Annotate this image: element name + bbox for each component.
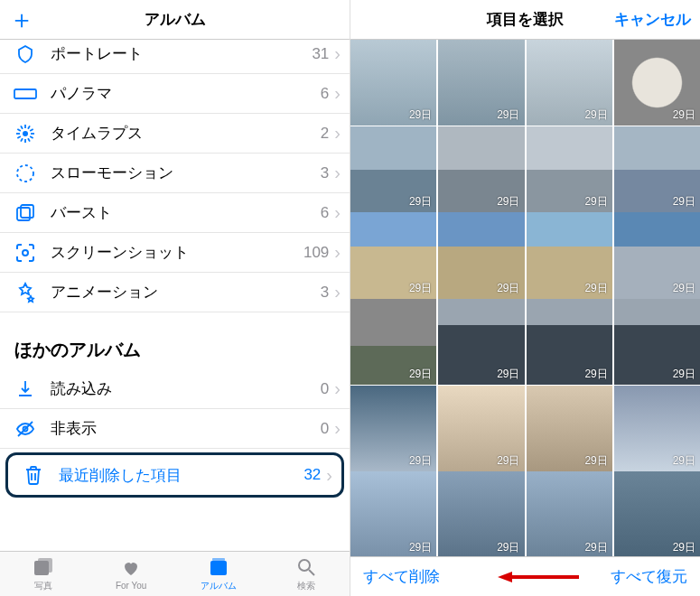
arrow-annotation — [498, 570, 579, 584]
album-row-panorama[interactable]: パノラマ 6› — [0, 74, 350, 114]
album-row-burst[interactable]: バースト 6› — [0, 193, 350, 233]
restore-all-button[interactable]: すべて復元 — [611, 566, 687, 587]
days-remaining-badge: 29日 — [673, 540, 695, 555]
days-remaining-badge: 29日 — [409, 540, 432, 555]
photo-thumb[interactable]: 29日 — [350, 471, 436, 556]
tab-bar: 写真 For You アルバム 検索 — [0, 551, 350, 596]
days-remaining-badge: 29日 — [673, 107, 695, 123]
days-remaining-badge: 29日 — [497, 194, 519, 210]
album-row-screenshot[interactable]: スクリーンショット 109› — [0, 233, 350, 273]
photo-thumb[interactable]: 29日 — [438, 386, 524, 471]
timelapse-icon — [13, 121, 38, 146]
import-icon — [13, 377, 38, 402]
photo-thumb[interactable]: 29日 — [438, 40, 524, 126]
albums-pane: ＋ アルバム ポートレート 31› パノラマ 6› タイムラプス 2› スローモ… — [0, 0, 350, 596]
photo-thumb[interactable]: 29日 — [527, 40, 612, 126]
photo-thumb[interactable]: 29日 — [527, 126, 612, 212]
svg-line-10 — [21, 126, 23, 128]
photo-thumb[interactable]: 29日 — [350, 299, 436, 385]
album-label: タイムラプス — [51, 123, 321, 144]
album-count: 32 — [303, 466, 321, 484]
svg-line-25 — [309, 570, 314, 575]
select-toolbar: すべて削除 すべて復元 — [350, 556, 700, 596]
album-count: 31 — [312, 45, 329, 63]
tab-search[interactable]: 検索 — [262, 552, 350, 596]
add-album-button[interactable]: ＋ — [9, 3, 36, 37]
album-row-portrait[interactable]: ポートレート 31› — [0, 40, 350, 74]
tab-label: 写真 — [34, 580, 52, 592]
days-remaining-badge: 29日 — [584, 281, 607, 296]
album-row-animation[interactable]: アニメーション 3› — [0, 273, 350, 312]
other-albums-header: ほかのアルバム — [0, 312, 350, 369]
tab-albums[interactable]: アルバム — [175, 552, 263, 596]
days-remaining-badge: 29日 — [584, 453, 607, 469]
photo-thumb[interactable]: 29日 — [527, 471, 612, 556]
hidden-icon — [13, 416, 38, 442]
svg-line-9 — [17, 129, 20, 131]
photo-thumb[interactable]: 29日 — [527, 299, 612, 385]
photo-thumb[interactable]: 29日 — [614, 471, 700, 556]
chevron-right-icon: › — [334, 43, 341, 64]
album-row-timelapse[interactable]: タイムラプス 2› — [0, 114, 350, 154]
tab-photos[interactable]: 写真 — [0, 552, 88, 596]
svg-line-13 — [30, 129, 33, 131]
select-header: 項目を選択 キャンセル — [350, 0, 700, 40]
photo-thumb[interactable]: 29日 — [614, 212, 700, 298]
tab-label: 検索 — [297, 580, 315, 592]
select-pane: 項目を選択 キャンセル 29日 29日 29日 29日 29日 29日 29日 … — [350, 0, 700, 596]
album-count: 6 — [321, 85, 329, 103]
chevron-right-icon: › — [334, 123, 341, 144]
album-label: ポートレート — [51, 43, 312, 64]
days-remaining-badge: 29日 — [584, 107, 607, 123]
chevron-right-icon: › — [326, 465, 332, 486]
photo-thumb[interactable]: 29日 — [614, 40, 700, 126]
svg-point-1 — [23, 131, 28, 136]
photo-thumb[interactable]: 29日 — [614, 299, 700, 385]
photo-thumb[interactable]: 29日 — [614, 386, 700, 471]
photo-thumb[interactable]: 29日 — [438, 471, 524, 556]
photo-thumb[interactable]: 29日 — [350, 126, 436, 212]
album-row-import[interactable]: 読み込み 0› — [0, 369, 350, 409]
photo-thumb[interactable]: 29日 — [438, 126, 524, 212]
svg-point-24 — [299, 560, 310, 571]
chevron-right-icon: › — [334, 83, 341, 104]
photo-thumb[interactable]: 29日 — [350, 40, 436, 126]
photo-thumb[interactable]: 29日 — [614, 126, 700, 212]
photo-thumb[interactable]: 29日 — [438, 299, 524, 385]
photo-grid[interactable]: 29日 29日 29日 29日 29日 29日 29日 29日 29日 29日 … — [350, 40, 700, 556]
album-label: 最近削除した項目 — [59, 465, 303, 486]
album-row-slomo[interactable]: スローモーション 3› — [0, 154, 350, 193]
days-remaining-badge: 29日 — [409, 453, 432, 469]
album-label: バースト — [51, 202, 321, 223]
album-row-trash[interactable]: 最近削除した項目 32› — [8, 455, 341, 495]
photo-thumb[interactable]: 29日 — [350, 212, 436, 298]
svg-rect-0 — [14, 89, 36, 98]
album-row-hidden[interactable]: 非表示 0› — [0, 409, 350, 449]
svg-point-14 — [17, 165, 33, 182]
albums-list[interactable]: ポートレート 31› パノラマ 6› タイムラプス 2› スローモーション 3›… — [0, 40, 350, 551]
albums-title: アルバム — [0, 9, 350, 30]
album-label: スローモーション — [51, 163, 321, 183]
photo-thumb[interactable]: 29日 — [350, 386, 436, 471]
svg-rect-21 — [38, 558, 52, 573]
chevron-right-icon: › — [334, 378, 341, 399]
delete-all-button[interactable]: すべて削除 — [363, 566, 440, 587]
days-remaining-badge: 29日 — [409, 367, 432, 382]
photo-thumb[interactable]: 29日 — [438, 212, 524, 298]
album-label: 読み込み — [51, 378, 321, 399]
album-label: 非表示 — [51, 418, 321, 439]
animation-icon — [13, 280, 38, 305]
svg-line-6 — [21, 138, 23, 141]
photo-thumb[interactable]: 29日 — [527, 212, 612, 298]
chevron-right-icon: › — [334, 242, 341, 263]
days-remaining-badge: 29日 — [497, 281, 519, 296]
days-remaining-badge: 29日 — [673, 367, 695, 382]
chevron-right-icon: › — [334, 282, 341, 303]
recently-deleted-highlight: 最近削除した項目 32› — [5, 452, 344, 498]
photo-thumb[interactable]: 29日 — [527, 386, 612, 471]
tab-label: アルバム — [201, 580, 237, 592]
days-remaining-badge: 29日 — [409, 281, 432, 296]
cancel-button[interactable]: キャンセル — [614, 9, 691, 30]
album-count: 3 — [321, 164, 329, 182]
tab-foryou[interactable]: For You — [88, 552, 175, 596]
